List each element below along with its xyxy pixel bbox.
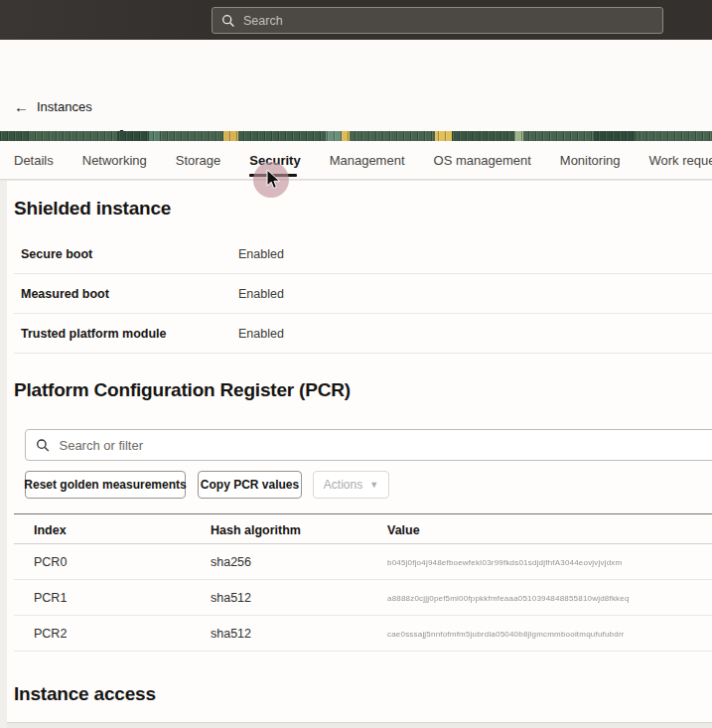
tpm-value: Enabled: [238, 327, 284, 341]
main-content: Shielded instance Secure boot Enabled Me…: [7, 181, 712, 728]
measured-boot-value: Enabled: [238, 287, 284, 301]
chevron-down-icon: ▼: [369, 480, 378, 490]
table-row-pcr0[interactable]: PCR0 sha256 b045j0fjo4j948efboewfekI03r9…: [14, 544, 712, 580]
pcr2-index: PCR2: [34, 627, 67, 641]
pcr0-value: b045j0fjo4j948efboewfekI03r99fkds01sdjdj…: [387, 558, 712, 567]
top-navigation-bar: [0, 0, 712, 40]
instance-access-heading: Instance access: [14, 683, 156, 705]
copy-pcr-values-button[interactable]: Copy PCR values: [198, 471, 302, 499]
pcr-filter-box[interactable]: [25, 429, 712, 461]
shielded-instance-heading: Shielded instance: [14, 198, 171, 219]
page: ← Instances Instance: i-20230101 Running…: [0, 0, 712, 728]
reset-golden-measurements-button[interactable]: Reset golden measurements: [25, 471, 186, 499]
row-measured-boot: Measured boot Enabled: [14, 274, 712, 314]
pcr-heading: Platform Configuration Register (PCR): [14, 379, 351, 401]
tab-security[interactable]: Security: [249, 141, 300, 180]
tab-work-requests[interactable]: Work requests: [649, 141, 712, 180]
col-header-index: Index: [34, 523, 67, 537]
tab-management[interactable]: Management: [330, 141, 405, 180]
tab-networking[interactable]: Networking: [82, 141, 147, 180]
pcr1-hash-algorithm: sha512: [211, 591, 251, 605]
col-header-hash-algorithm: Hash algorithm: [211, 523, 301, 537]
tab-storage[interactable]: Storage: [176, 141, 221, 180]
pcr1-index: PCR1: [34, 591, 67, 605]
pcr-filter-input[interactable]: [59, 438, 709, 453]
pcr0-index: PCR0: [34, 555, 67, 569]
actions-dropdown-button[interactable]: Actions ▼: [313, 471, 389, 499]
breadcrumb-label: Instances: [37, 99, 92, 114]
table-row-pcr1[interactable]: PCR1 sha512 a8888z0cjjj0pef5ml00fppkkfmf…: [14, 580, 712, 616]
tab-os-management[interactable]: OS management: [434, 141, 531, 180]
next-section-divider: [7, 722, 712, 728]
tab-monitoring[interactable]: Monitoring: [560, 141, 621, 180]
pcr-table-header: Index Hash algorithm Value: [14, 513, 712, 544]
search-icon: [221, 14, 235, 28]
filter-search-icon: [36, 438, 50, 453]
row-trusted-platform-module: Trusted platform module Enabled: [14, 314, 712, 354]
pcr1-value: a8888z0cjjj0pef5ml00fppkkfmfeaaa05103948…: [387, 594, 712, 603]
tab-bar: Details Networking Storage Security Mana…: [0, 141, 712, 180]
global-search-box[interactable]: [212, 7, 663, 34]
pcr-table: Index Hash algorithm Value PCR0 sha256 b…: [14, 513, 712, 652]
breadcrumb-instances[interactable]: ← Instances: [14, 99, 92, 114]
back-arrow-icon: ←: [14, 99, 29, 114]
global-search-input[interactable]: [243, 14, 653, 28]
measured-boot-label: Measured boot: [21, 287, 109, 301]
row-secure-boot: Secure boot Enabled: [14, 234, 712, 274]
page-header: ← Instances Instance: i-20230101 Running: [0, 40, 712, 131]
secure-boot-value: Enabled: [238, 247, 284, 261]
pcr2-value: cae0sssajj5nnfofmfm5jubrdla05040b8jlgmcm…: [387, 630, 712, 639]
pcr2-hash-algorithm: sha512: [211, 627, 251, 641]
pcr0-hash-algorithm: sha256: [211, 555, 251, 569]
secure-boot-label: Secure boot: [21, 247, 92, 261]
table-row-pcr2[interactable]: PCR2 sha512 cae0sssajj5nnfofmfm5jubrdla0…: [14, 616, 712, 652]
decorative-banner: [0, 131, 712, 141]
col-header-value: Value: [387, 523, 420, 537]
actions-label: Actions: [324, 478, 362, 492]
tab-details[interactable]: Details: [14, 141, 54, 180]
tpm-label: Trusted platform module: [21, 327, 167, 341]
